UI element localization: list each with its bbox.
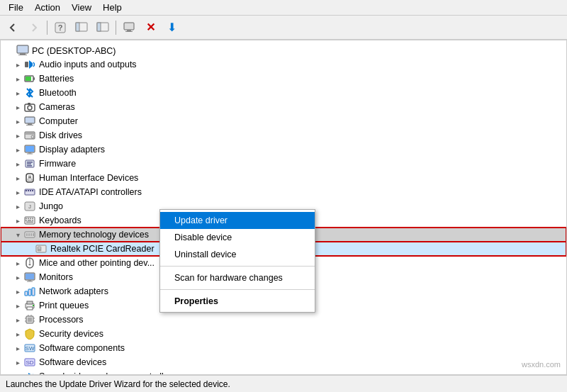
svg-rect-6 [124, 23, 134, 30]
svg-rect-12 [25, 62, 28, 67]
tree-item-display[interactable]: ▸ Display adapters [1, 142, 566, 157]
svg-rect-67 [27, 281, 33, 282]
expander-icon[interactable]: ▸ [12, 300, 23, 311]
svg-rect-76 [28, 318, 32, 322]
security-icon [23, 327, 36, 340]
tree-item-processors[interactable]: ▸ Processors [1, 313, 566, 327]
main-area: PC (DESKTOP-ABC) ▸ Audio inputs and outp… [0, 40, 567, 375]
expander-icon[interactable]: ▸ [12, 158, 23, 169]
svg-rect-30 [27, 162, 33, 163]
properties-button[interactable]: ? [50, 18, 70, 37]
computer-icon [16, 45, 29, 58]
svg-rect-18 [28, 103, 30, 105]
svg-rect-73 [27, 307, 33, 310]
expander-icon[interactable]: ▸ [12, 87, 23, 99]
expander-icon[interactable]: ▸ [12, 314, 23, 325]
menu-action[interactable]: Action [29, 1, 66, 14]
svg-rect-68 [25, 291, 28, 296]
svg-rect-56 [30, 233, 32, 236]
expander-icon[interactable]: ▸ [12, 342, 23, 354]
context-sep-2 [160, 289, 315, 290]
menu-file[interactable]: File [3, 1, 29, 14]
tree-item-label: Firmware [39, 159, 76, 169]
diskdrives-icon [23, 129, 36, 142]
tree-item-bluetooth[interactable]: ▸ Bluetooth [1, 86, 566, 100]
expander-icon[interactable]: ▸ [12, 271, 23, 283]
tree-item-computer[interactable]: ▸ Computer [1, 114, 566, 128]
menu-view[interactable]: View [66, 1, 97, 14]
svg-rect-66 [28, 280, 31, 281]
svg-rect-55 [28, 233, 30, 236]
tree-item-security[interactable]: ▸ Security devices [1, 327, 566, 341]
expander-icon[interactable]: ▸ [12, 371, 23, 374]
status-text: Launches the Update Driver Wizard for th… [6, 379, 230, 389]
tree-item-label: Realtek PCIE CardReader [50, 244, 155, 254]
tree-item-label: Processors [39, 315, 84, 325]
tree-item-software[interactable]: ▸ SW Software components [1, 341, 566, 355]
svg-rect-10 [20, 53, 26, 55]
expander-icon[interactable]: ▾ [12, 229, 23, 240]
tree-item-label: Software devices [39, 357, 106, 367]
svg-text:SW: SW [26, 345, 35, 352]
expander-icon[interactable]: ▸ [12, 286, 23, 297]
context-uninstall-device[interactable]: Uninstall device [160, 246, 315, 263]
uninstall-button[interactable]: ✕ [140, 18, 160, 37]
svg-point-74 [33, 305, 34, 306]
svg-rect-27 [28, 152, 31, 154]
tree-item-label: Print queues [39, 301, 89, 310]
expander-icon[interactable]: ▸ [12, 144, 23, 155]
svg-rect-59 [38, 247, 41, 251]
context-scan[interactable]: Scan for hardware changes [160, 269, 315, 286]
show-hide-button[interactable] [72, 18, 91, 37]
tree-item-label: Cameras [39, 102, 75, 112]
context-menu: Update driver Disable device Uninstall d… [159, 209, 315, 313]
statusbar: Launches the Update Driver Wizard for th… [0, 375, 567, 392]
expander-icon[interactable]: ▸ [12, 257, 23, 269]
context-disable-device[interactable]: Disable device [160, 229, 315, 246]
software-icon: SW [23, 342, 36, 354]
svg-rect-50 [28, 220, 31, 221]
tree-item-audio[interactable]: ▸ Audio inputs and outputs [1, 57, 566, 72]
expander-icon[interactable]: ▸ [12, 328, 23, 340]
tree-item-ide[interactable]: ▸ IDE ATA/ATAPI controllers [1, 185, 566, 199]
expander-icon[interactable]: ▸ [12, 73, 23, 84]
svg-rect-41 [32, 190, 33, 191]
forward-button[interactable] [24, 18, 44, 37]
context-properties[interactable]: Properties [160, 293, 315, 310]
svg-rect-48 [32, 218, 33, 220]
tree-item-cameras[interactable]: ▸ Cameras [1, 100, 566, 114]
expander-icon[interactable]: ▸ [12, 172, 23, 184]
monitor-button[interactable] [119, 18, 139, 37]
expander-icon[interactable]: ▸ [12, 215, 23, 226]
tree-item-label: Bluetooth [39, 88, 77, 98]
tree-item-label: Computer [39, 116, 78, 126]
tree-item-firmware[interactable]: ▸ Firmware [1, 157, 566, 171]
expander-icon[interactable]: ▸ [12, 59, 23, 70]
tree-item-softwaredev[interactable]: ▸ SD Software devices [1, 355, 566, 369]
menu-help[interactable]: Help [97, 1, 128, 14]
tree-item-hid[interactable]: ▸ Human Interface Devices [1, 171, 566, 185]
svg-rect-70 [32, 288, 35, 296]
network-icon [23, 285, 36, 298]
expander-icon[interactable]: ▸ [12, 201, 23, 212]
expander-icon[interactable]: ▸ [12, 130, 23, 141]
expander-icon[interactable]: ▸ [12, 357, 23, 368]
root-node[interactable]: PC (DESKTOP-ABC) [1, 43, 566, 57]
monitors-icon [23, 271, 36, 284]
context-update-driver[interactable]: Update driver [160, 212, 315, 229]
scan-button[interactable]: ⬇ [162, 18, 181, 37]
tree-item-label: Jungo [39, 201, 63, 211]
device-tree[interactable]: PC (DESKTOP-ABC) ▸ Audio inputs and outp… [1, 40, 566, 374]
expander-icon[interactable]: ▸ [12, 101, 23, 113]
tree-item-sound[interactable]: ▸ Sound, video and game controllers [1, 369, 566, 374]
back-button[interactable] [3, 18, 23, 37]
svg-rect-40 [30, 190, 31, 191]
tree-item-diskdrives[interactable]: ▸ Disk drives [1, 128, 566, 142]
expander-icon[interactable]: ▸ [12, 116, 23, 127]
svg-rect-72 [27, 301, 33, 304]
tree-item-batteries[interactable]: ▸ Batteries [1, 72, 566, 86]
svg-point-17 [28, 106, 32, 110]
memory-icon [23, 228, 36, 241]
extra-button[interactable] [93, 18, 113, 37]
expander-icon[interactable]: ▸ [12, 186, 23, 198]
